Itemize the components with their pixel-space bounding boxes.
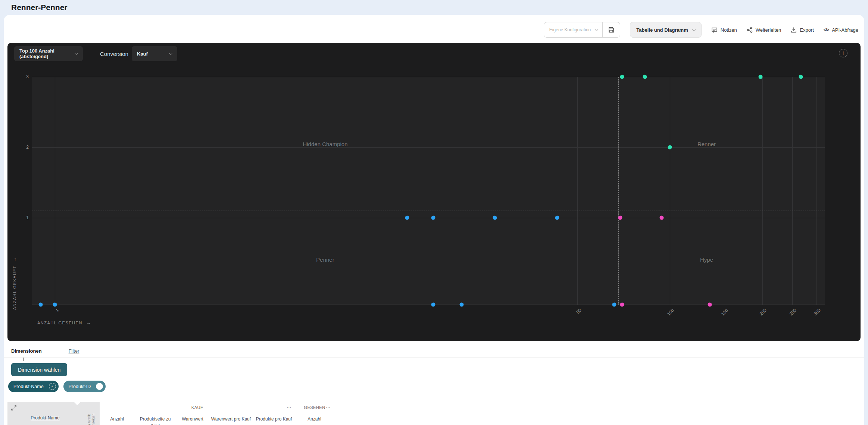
x-axis-title: ANZAHL GESEHEN → <box>37 320 91 325</box>
data-point-penner[interactable] <box>612 303 616 307</box>
choose-dimension-button[interactable]: Dimension wählen <box>11 363 67 376</box>
check-icon[interactable]: ✓ <box>49 383 56 390</box>
x-gridline <box>577 77 578 305</box>
group-menu-icon[interactable]: ⋯ <box>287 405 291 410</box>
info-icon[interactable]: i <box>839 49 847 57</box>
data-point-penner[interactable] <box>459 303 463 307</box>
col-anzahl-gesehen: Anzahl <box>295 413 334 425</box>
view-mode-label: Tabelle und Diagramm <box>636 27 688 33</box>
average-x-line <box>618 77 619 305</box>
data-point-renner[interactable] <box>643 75 647 79</box>
col-warenwert-pro-kauf: Warenwert pro Kauf <box>209 413 253 425</box>
config-select[interactable]: Eigene Konfiguration <box>544 22 620 38</box>
download-icon <box>791 27 797 33</box>
x-gridline <box>817 77 817 305</box>
x-tick-label: 50 <box>575 308 582 315</box>
conversion-select[interactable]: Kauf <box>132 46 177 61</box>
active-tab-marker <box>23 358 24 361</box>
share-icon <box>747 27 753 33</box>
chip-produkt-id[interactable]: Produkt-ID <box>63 381 106 392</box>
data-point-renner[interactable] <box>620 75 624 79</box>
data-point-penner[interactable] <box>493 216 497 220</box>
y-tick-label: 2 <box>26 145 32 150</box>
data-point-hype[interactable] <box>620 303 624 307</box>
code-icon: </> <box>824 27 829 32</box>
quadrant-label-hype: Hype <box>700 256 713 263</box>
data-point-renner[interactable] <box>668 145 672 149</box>
conversion-value: Kauf <box>137 51 148 57</box>
col-produkt-name[interactable]: Produkt-Name <box>7 415 83 421</box>
notes-button[interactable]: Notizen <box>711 27 737 33</box>
x-gridline <box>55 77 55 305</box>
x-tick-label: 200 <box>759 308 768 317</box>
chip-produkt-name[interactable]: Produkt-Name ✓ <box>8 381 59 392</box>
data-point-penner[interactable] <box>431 216 435 220</box>
row-header-cell: Produkt-Name <box>7 402 83 425</box>
api-query-button[interactable]: </> API-Abfrage <box>824 27 858 33</box>
save-config-button[interactable] <box>603 22 620 38</box>
view-mode-select[interactable]: Tabelle und Diagramm <box>630 22 701 38</box>
data-point-hype[interactable] <box>659 216 664 220</box>
forward-label: Weiterleiten <box>756 27 781 33</box>
x-tick-label: 150 <box>720 308 729 317</box>
dimension-chips: Produkt-Name ✓ Produkt-ID <box>8 381 106 392</box>
quadrant-label-hidden-champion: Hidden Champion <box>303 141 347 147</box>
data-point-hype[interactable] <box>618 216 622 220</box>
tab-filter[interactable]: Filter <box>69 348 79 354</box>
col-produkte-pro-kauf: Produkte pro Kauf <box>253 413 295 425</box>
average-y-line <box>32 211 825 211</box>
export-label: Export <box>800 27 814 33</box>
data-table: Produkt-Name In Grafik anzeigen KAUF ⋯ G… <box>7 402 334 425</box>
chip-label: Produkt-Name <box>13 384 44 389</box>
y-gridline <box>32 147 825 148</box>
group-menu-icon[interactable]: ⋯ <box>326 405 331 410</box>
y-axis-title: ANZAHL GEKAUFT → <box>12 257 17 310</box>
chevron-down-icon <box>692 27 696 31</box>
save-icon <box>608 26 615 33</box>
data-point-renner[interactable] <box>758 75 762 79</box>
page-title: Renner-Penner <box>11 3 68 12</box>
scatter-plot: 150100150200250300123Hidden ChampionRenn… <box>32 77 825 305</box>
x-tick-label: 100 <box>666 308 675 317</box>
data-point-penner[interactable] <box>431 303 435 307</box>
axis-arrow-icon: → <box>12 257 17 262</box>
chart-card: Top 100 Anzahl (absteigend) Conversion K… <box>7 43 861 341</box>
data-point-penner[interactable] <box>405 216 409 220</box>
group-header-kauf: KAUF ⋯ <box>100 402 295 413</box>
top-n-select[interactable]: Top 100 Anzahl (absteigend) <box>14 46 83 61</box>
expand-icon[interactable] <box>11 405 16 412</box>
axis-arrow-icon: → <box>86 320 91 325</box>
api-query-label: API-Abfrage <box>832 27 858 33</box>
col-warenwert: Warenwert <box>176 413 209 425</box>
chevron-down-icon <box>169 51 173 55</box>
x-axis-line <box>32 305 825 305</box>
x-gridline <box>762 77 763 305</box>
y-tick-label: 3 <box>26 74 32 79</box>
x-tick-label: 250 <box>789 308 797 317</box>
data-point-penner[interactable] <box>39 303 43 307</box>
conversion-label: Conversion <box>100 46 128 61</box>
col-produktseite-zu-kauf: Produktseite zu Kauf <box>134 413 176 425</box>
toggle-knob-icon[interactable] <box>96 383 103 390</box>
notes-label: Notizen <box>721 27 737 33</box>
x-gridline <box>724 77 724 305</box>
show-in-chart-label: In Grafik anzeigen <box>87 411 96 425</box>
data-point-renner[interactable] <box>799 75 803 79</box>
divider <box>4 358 864 358</box>
export-button[interactable]: Export <box>791 27 814 33</box>
data-point-hype[interactable] <box>708 303 712 307</box>
top-bar: Renner-Penner <box>0 0 868 15</box>
col-anzahl-kauf: Anzahl ↓ <box>100 413 134 425</box>
data-point-penner[interactable] <box>555 216 559 220</box>
bottom-tabs: Dimensionen Filter <box>11 348 79 354</box>
main-card: Eigene Konfiguration Tabelle und Diagram… <box>4 15 864 425</box>
y-tick-label: 1 <box>26 215 32 220</box>
forward-button[interactable]: Weiterleiten <box>747 27 781 33</box>
x-gridline <box>670 77 670 305</box>
tab-dimensionen[interactable]: Dimensionen <box>11 348 42 354</box>
notes-icon <box>711 27 718 33</box>
y-gridline <box>32 218 825 218</box>
chip-label: Produkt-ID <box>69 384 91 389</box>
quadrant-label-penner: Penner <box>316 256 334 263</box>
data-point-penner[interactable] <box>53 303 57 307</box>
